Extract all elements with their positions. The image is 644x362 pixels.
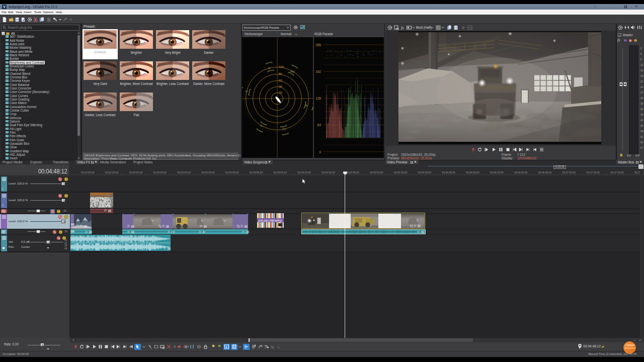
svg-text:192: 192 xyxy=(315,70,321,73)
svg-text:R: R xyxy=(268,67,271,70)
svg-text:100: 100 xyxy=(279,65,284,68)
svg-text:20: 20 xyxy=(279,91,282,94)
svg-text:Mg: Mg xyxy=(290,70,294,73)
svg-text:64: 64 xyxy=(317,123,321,127)
svg-text:255: 255 xyxy=(315,43,321,47)
svg-text:fx: fx xyxy=(401,26,404,30)
svg-text:40: 40 xyxy=(279,85,282,88)
svg-text:80: 80 xyxy=(279,72,282,75)
svg-text:Cy: Cy xyxy=(282,127,286,130)
svg-text:0: 0 xyxy=(319,150,321,154)
svg-text:60: 60 xyxy=(279,79,282,82)
svg-text:G: G xyxy=(260,124,263,127)
svg-text:128: 128 xyxy=(315,97,321,100)
svg-text:Yl: Yl xyxy=(245,90,248,93)
svg-text:B: B xyxy=(305,104,307,107)
svg-text:ZFPLSSCLPBFSPPSV: ZFPLSSCLPBFSPPSV xyxy=(258,220,282,223)
